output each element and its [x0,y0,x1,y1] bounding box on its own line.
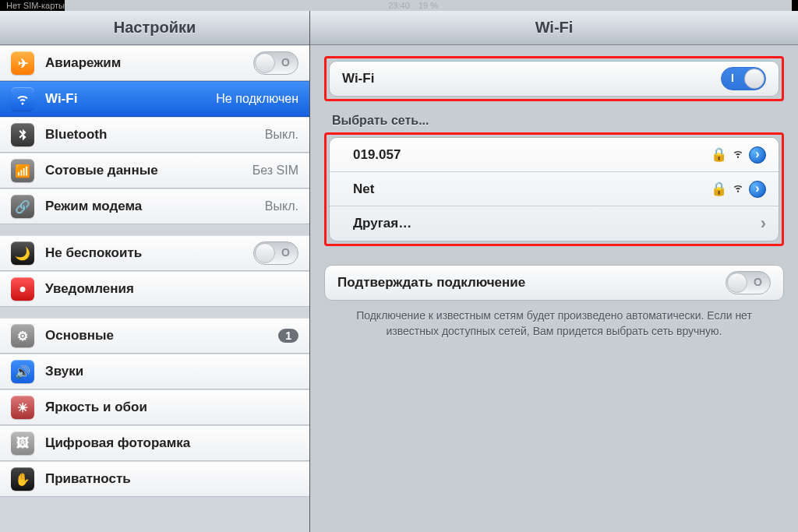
sounds-icon: 🔊 [11,360,34,383]
sidebar-item-dnd[interactable]: 🌙 Не беспокоить O [0,235,309,271]
status-bar: Нет SIM-карты 23:40 🔒 19 % ▮ [0,0,798,11]
annotation-highlight-1: Wi-Fi I [324,56,784,101]
privacy-icon: ✋ [11,467,34,491]
sidebar-label: Сотовые данные [45,163,252,178]
sidebar-item-brightness[interactable]: ☀ Яркость и обои [0,389,309,425]
sidebar-label: Bluetooth [45,127,265,143]
airplane-icon: ✈ [11,51,34,75]
sidebar-item-sounds[interactable]: 🔊 Звуки [0,354,309,389]
sidebar-item-cellular[interactable]: 📶 Сотовые данные Без SIM [0,153,309,188]
sidebar-label: Wi-Fi [45,91,216,107]
sidebar-item-hotspot[interactable]: 🔗 Режим модема Выкл. [0,188,309,224]
ask-to-join-label: Подтверждать подключение [337,275,726,291]
sidebar-status: Выкл. [265,128,298,142]
detail-title: Wi-Fi [310,11,798,45]
other-network-label: Другая… [342,216,761,231]
wifi-toggle[interactable]: I [721,67,766,90]
sidebar-item-frame[interactable]: 🖼 Цифровая фоторамка [0,425,309,461]
network-name: 019.057 [342,147,711,163]
other-network-row[interactable]: Другая… › [330,206,779,241]
sidebar-status: Выкл. [265,199,298,213]
network-row[interactable]: 019.057 🔒 [330,138,779,172]
ask-to-join-toggle[interactable]: O [726,271,771,294]
bluetooth-icon [11,123,34,146]
network-name: Net [342,181,711,197]
sidebar-label: Не беспокоить [45,245,253,261]
sidebar-item-airplane[interactable]: ✈ Авиарежим O [0,45,309,81]
sidebar-label: Приватность [45,471,298,487]
sidebar-label: Уведомления [45,281,298,297]
chevron-right-icon: › [761,213,766,234]
ask-to-join-footnote: Подключение к известным сетям будет прои… [324,301,784,347]
network-details-button[interactable] [749,146,766,164]
ask-to-join-row[interactable]: Подтверждать подключение O [325,266,783,300]
general-icon: ⚙ [11,324,34,347]
detail-pane: Wi-Fi Wi-Fi I Выбрать сеть... [310,11,798,532]
sidebar-item-general[interactable]: ⚙ Основные 1 [0,318,309,354]
sidebar-label: Режим модема [45,199,265,214]
wifi-master-label: Wi-Fi [342,71,721,86]
hotspot-icon: 🔗 [11,195,34,218]
sidebar-item-bluetooth[interactable]: Bluetooth Выкл. [0,117,309,153]
status-time: 23:40 [388,1,410,10]
status-carrier: Нет SIM-карты [6,1,65,10]
network-row[interactable]: Net 🔒 [330,172,779,206]
lock-icon: 🔒 [711,181,727,197]
dnd-icon: 🌙 [11,241,34,265]
notifications-icon: ● [11,277,34,301]
sidebar-label: Яркость и обои [45,400,298,415]
wifi-signal-icon [732,181,744,197]
brightness-icon: ☀ [11,396,34,419]
wifi-icon [11,87,34,111]
cellular-icon: 📶 [11,159,34,182]
frame-icon: 🖼 [11,432,34,455]
general-badge: 1 [278,329,298,343]
sidebar-label: Авиарежим [45,55,253,71]
sidebar-item-notifications[interactable]: ● Уведомления [0,271,309,307]
sidebar-label: Цифровая фоторамка [45,435,298,451]
choose-network-title: Выбрать сеть... [332,114,776,128]
airplane-toggle[interactable]: O [253,51,298,75]
dnd-toggle[interactable]: O [253,241,298,265]
sidebar-item-wifi[interactable]: Wi-Fi Не подключен [0,81,309,117]
sidebar-label: Основные [45,328,278,344]
status-battery: 19 % [418,1,438,10]
sidebar-title: Настройки [0,11,309,45]
sidebar-status: Без SIM [252,164,298,178]
sidebar-item-privacy[interactable]: ✋ Приватность [0,461,309,497]
sidebar-label: Звуки [45,364,298,379]
sidebar-status: Не подключен [216,92,298,106]
annotation-highlight-2: 019.057 🔒 Net [324,132,784,246]
wifi-master-row[interactable]: Wi-Fi I [330,62,779,96]
settings-sidebar: Настройки ✈ Авиарежим O Wi-Fi Не подключ… [0,11,310,532]
lock-icon: 🔒 [711,146,727,163]
wifi-signal-icon [732,147,744,163]
network-details-button[interactable] [749,181,766,198]
device-frame: Нет SIM-карты 23:40 🔒 19 % ▮ Настройки ✈… [0,0,798,532]
